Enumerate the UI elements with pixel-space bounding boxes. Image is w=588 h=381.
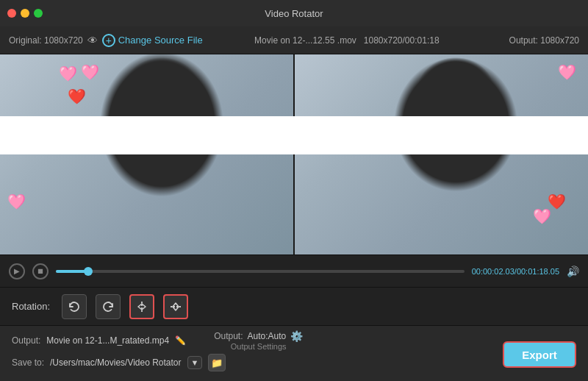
progress-thumb [84,267,93,276]
toolbar-right: Output: 1080x720 [491,35,579,46]
video-preview-area: 🩷 🩷 ❤️ 🩷 🩷 🩷 ❤️ [0,54,588,254]
person-left [0,54,294,254]
output-settings-label: Output: [214,331,243,341]
rotate-ccw-button[interactable] [62,294,87,319]
bottom-row-output: Output: Movie on 12-1...M_ratated.mp4 ✏️… [12,330,576,351]
bottom-row-save: Save to: /Users/mac/Movies/Video Rotator… [12,354,576,371]
heart-decoration-3: ❤️ [68,88,86,105]
dropdown-arrow-icon: ▼ [191,358,199,367]
video-right-panel: 🩷 🩷 ❤️ [294,54,588,254]
flip-h-icon [135,300,148,313]
heart-decoration-1: 🩷 [81,63,99,81]
output-resolution-label: Output: 1080x720 [509,35,579,46]
export-button[interactable]: Export [503,341,576,368]
heart-decoration-5: 🩷 [558,63,576,81]
time-display: 00:00:02.03/00:01:18.05 [472,267,559,276]
folder-icon: 📁 [211,357,223,368]
window-controls [7,9,43,18]
app-title: Video Rotator [265,8,323,19]
progress-bar[interactable] [56,270,465,273]
minimize-button[interactable] [21,9,29,18]
save-path-value: /Users/mac/Movies/Video Rotator [50,357,182,368]
privacy-redaction-bar [0,116,588,154]
play-button[interactable]: ▶ [9,263,25,279]
change-source-button[interactable]: + Change Source File [102,34,203,47]
close-button[interactable] [7,9,16,18]
titlebar: Video Rotator [0,0,588,26]
video-divider [293,54,295,254]
change-source-label: Change Source File [118,35,203,46]
flip-v-icon [169,300,182,313]
current-time: 00:00:02.03 [472,267,514,276]
output-settings-value: Auto:Auto [247,331,286,341]
rotate-ccw-icon [68,300,81,313]
toolbar-center: Movie on 12-...12.55 .mov 1080x720/00:01… [209,35,485,46]
heart-decoration-2: 🩷 [59,65,77,82]
rotate-cw-button[interactable] [96,294,121,319]
browse-folder-button[interactable]: 📁 [208,354,226,371]
rotation-label: Rotation: [12,301,50,312]
playback-controls: ▶ ⏹ 00:00:02.03/00:01:18.05 🔊 [0,254,588,287]
file-info-label: 1080x720/00:01:18 [364,35,440,46]
heart-decoration-4: 🩷 [7,193,26,210]
rotation-controls: Rotation: [0,287,588,325]
maximize-button[interactable] [34,9,43,18]
flip-horizontal-button[interactable] [129,294,154,319]
flip-vertical-button[interactable] [163,294,188,319]
path-dropdown[interactable]: ▼ [187,356,203,369]
settings-gear-icon[interactable]: ⚙️ [290,330,303,342]
main-toolbar: Original: 1080x720 👁 + Change Source Fil… [0,26,588,54]
output-filename: Movie on 12-1...M_ratated.mp4 [46,335,169,346]
original-resolution-label: Original: 1080x720 [9,35,83,46]
volume-icon[interactable]: 🔊 [567,266,579,277]
save-to-label: Save to: [12,357,44,368]
bottom-settings-bar: Output: Movie on 12-1...M_ratated.mp4 ✏️… [0,325,588,381]
heart-decoration-7: ❤️ [548,193,566,210]
eye-icon[interactable]: 👁 [87,35,98,46]
output-settings-text: Output Settings [231,342,287,351]
video-left-panel: 🩷 🩷 ❤️ 🩷 [0,54,294,254]
filename-label: Movie on 12-...12.55 .mov [254,35,356,46]
video-bg-left: 🩷 🩷 ❤️ 🩷 [0,54,294,254]
edit-filename-icon[interactable]: ✏️ [175,335,186,346]
toolbar-left: Original: 1080x720 👁 + Change Source Fil… [9,34,203,47]
output-settings-group: Output: Auto:Auto ⚙️ Output Settings [214,330,303,351]
total-time: /00:01:18.05 [514,267,559,276]
rotate-cw-icon [101,300,115,313]
output-file-label: Output: [12,335,40,346]
plus-icon: + [102,34,115,47]
stop-button[interactable]: ⏹ [32,263,49,279]
